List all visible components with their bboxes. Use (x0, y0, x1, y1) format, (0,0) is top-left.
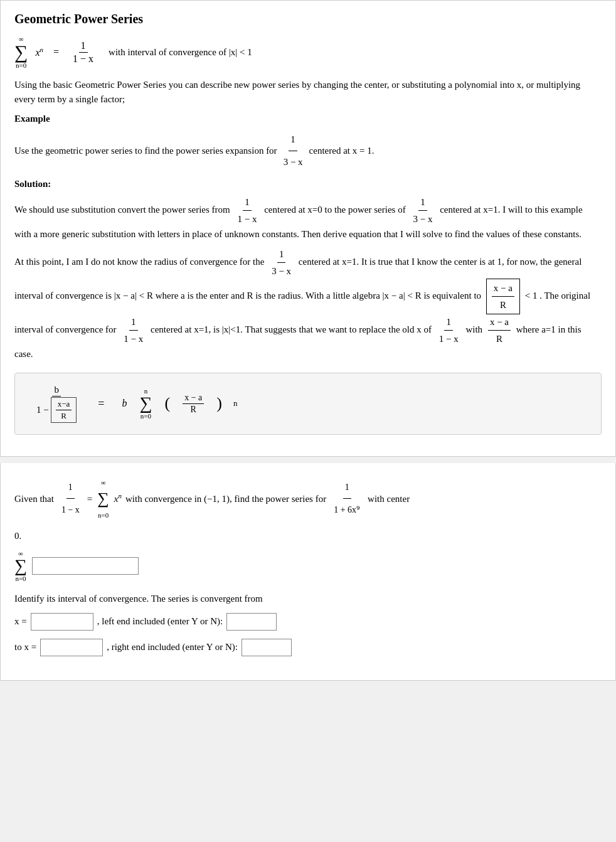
given-row: Given that 1 1 − x = ∞ ∑ n=0 xn with con… (14, 474, 602, 524)
sum-row-lower: n=0 (15, 575, 26, 582)
sum-row-sigma: ∑ (14, 557, 27, 575)
right-paren: ) (216, 395, 222, 412)
equals-sign: = (53, 46, 59, 58)
given-text: Given that (14, 488, 54, 510)
given-sum-lower: n=0 (98, 507, 109, 523)
given-equals: = (87, 488, 92, 510)
big-sum-lower: n=0 (141, 412, 151, 420)
given-var: xn (114, 488, 122, 510)
x-input[interactable] (31, 613, 93, 631)
to-x-input[interactable] (40, 639, 103, 656)
sum-variable: xn (35, 46, 43, 58)
big-exp: n (233, 398, 238, 408)
x-equals-row: x = , left end included (enter Y or N): (14, 611, 602, 632)
description-text: Using the basic Geometric Power Series y… (14, 78, 602, 107)
page-title: Geometric Power Series (14, 12, 602, 26)
main-formula: ∞ ∑ n=0 xn = 1 1 − x with interval of co… (14, 35, 602, 69)
main-frac: 1 1 − x (71, 40, 95, 65)
solution-label: Solution: (14, 179, 602, 189)
big-sigma: ∑ (139, 395, 152, 412)
left-yn-input[interactable] (226, 613, 277, 631)
example-frac: 1 3 − x (282, 129, 305, 173)
given-sum-upper: ∞ (101, 474, 106, 491)
to-x-row: to x = , right end included (enter Y or … (14, 637, 602, 658)
sigma-lower: n=0 (16, 61, 26, 69)
given-center: with center (368, 488, 410, 510)
right-frac: x − a R (183, 393, 204, 415)
example-text: Use the geometric power series to find t… (14, 141, 277, 161)
sigma-symbol: ∑ (14, 43, 28, 61)
big-formula-box: b 1 − x−a R = b n (14, 373, 602, 435)
left-end-text: , left end included (enter Y or N): (97, 611, 223, 632)
b-coeff: b (122, 398, 127, 409)
at-this-point-para: At this point, I am I do not know the ra… (14, 247, 602, 361)
example-center: centered at x = 1. (309, 141, 374, 161)
x-equals-label: x = (14, 611, 27, 632)
sum-answer-input[interactable] (32, 557, 139, 575)
zero-label: 0. (14, 528, 602, 543)
to-x-label: to x = (14, 637, 36, 658)
left-paren: ( (164, 395, 170, 412)
right-end-text: , right end included (enter Y or N): (107, 637, 238, 658)
example-label: Example (14, 114, 602, 124)
solution-para1: We should use substitution convert the p… (14, 195, 602, 242)
right-yn-input[interactable] (242, 639, 292, 656)
example-line: Use the geometric power series to find t… (14, 129, 602, 173)
identify-text: Identify its interval of convergence. Th… (14, 591, 602, 606)
sum-input-row: ∞ ∑ n=0 (14, 550, 602, 582)
given-sigma: ∑ (97, 491, 109, 507)
convergence-text: with interval of convergence of |x| < 1 (109, 47, 252, 58)
big-equals: = (98, 397, 104, 410)
given-convergence: with convergence in (−1, 1), find the po… (125, 488, 326, 510)
